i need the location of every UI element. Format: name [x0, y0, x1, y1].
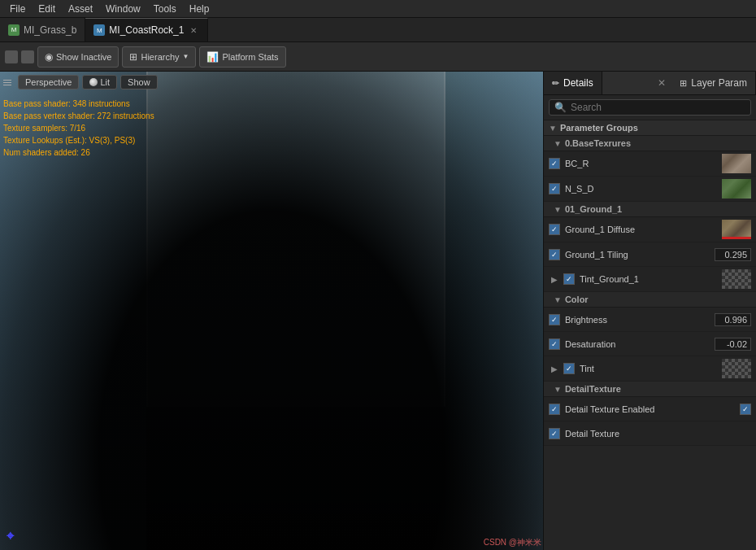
save-icon[interactable] [5, 50, 18, 63]
color-label: Color [565, 295, 589, 304]
menu-line-2 [3, 82, 11, 83]
axis-indicator: ⌖ [7, 529, 14, 543]
hierarchy-icon: ⊞ [129, 51, 137, 63]
menu-help[interactable]: Help [183, 2, 216, 16]
panel-header: ✏ Details ✕ ⊞ Layer Param [544, 72, 756, 95]
param-row-detail-texture: Detail Texture [544, 421, 756, 446]
detail-texture-checkbox[interactable] [549, 428, 560, 439]
tint-ground-label: Tint_Ground_1 [580, 274, 719, 284]
menu-line-3 [3, 85, 11, 85]
menu-tools[interactable]: Tools [147, 2, 183, 16]
stat-line-4: Texture Lookups (Est.): VS(3), PS(3) [3, 134, 154, 146]
param-row-desaturation: Desaturation -0.02 [544, 332, 756, 356]
show-button[interactable]: Show [120, 75, 158, 89]
tint-label: Tint [580, 364, 719, 373]
viewport[interactable]: Perspective Lit Show Base pass shader: 3… [0, 72, 543, 550]
main-area: Perspective Lit Show Base pass shader: 3… [0, 72, 756, 550]
show-label: Show [128, 77, 150, 87]
tab-mi-grass[interactable]: M MI_Grass_b [0, 18, 85, 41]
viewport-menu-icon[interactable] [3, 76, 15, 88]
layer-param-icon: ⊞ [680, 78, 687, 89]
menu-line-1 [3, 80, 11, 81]
menu-file[interactable]: File [3, 2, 32, 16]
detail-enabled-label: Detail Texture Enabled [565, 404, 736, 414]
details-tab-label: Details [563, 77, 593, 89]
detail-enabled-checkbox[interactable] [549, 404, 560, 415]
details-content: ▼ Parameter Groups ▼ 0.BaseTexrures BC_R… [544, 120, 756, 550]
detail-texture-label: DetailTexture [565, 384, 621, 394]
parameter-groups-label: Parameter Groups [560, 123, 638, 133]
perspective-label: Perspective [25, 77, 72, 87]
stat-line-5: Num shaders added: 26 [3, 146, 154, 159]
show-inactive-button[interactable]: ◉ Show Inactive [37, 46, 119, 68]
desaturation-value[interactable]: -0.02 [715, 338, 751, 351]
stat-line-1: Base pass shader: 348 instructions [3, 98, 154, 110]
menu-bar: File Edit Asset Window Tools Help [0, 0, 756, 18]
n-s-d-texture[interactable] [722, 179, 751, 199]
desaturation-label: Desaturation [565, 339, 715, 349]
hierarchy-dropdown-icon: ▼ [183, 53, 189, 60]
tint-ground-expand[interactable]: ▶ [549, 273, 560, 285]
param-row-ground-tiling: Ground_1 Tiling 0.295 [544, 242, 756, 267]
stat-line-3: Texture samplers: 7/16 [3, 122, 154, 134]
hierarchy-button[interactable]: ⊞ Hierarchy ▼ [122, 46, 196, 68]
lit-button[interactable]: Lit [82, 75, 117, 89]
menu-window[interactable]: Window [99, 2, 147, 16]
details-tab-icon: ✏ [552, 78, 559, 89]
toolbar: ◉ Show Inactive ⊞ Hierarchy ▼ 📊 Platform… [0, 42, 756, 72]
menu-edit[interactable]: Edit [32, 2, 62, 16]
param-row-tint-ground: ▶ Tint_Ground_1 [544, 267, 756, 292]
tint-ground-checker[interactable] [722, 269, 751, 289]
show-inactive-label: Show Inactive [56, 52, 111, 62]
search-input[interactable] [571, 102, 745, 113]
base-textures-header[interactable]: ▼ 0.BaseTexrures [544, 136, 756, 151]
tint-checker[interactable] [722, 359, 751, 378]
tab-close-coast[interactable]: ✕ [188, 24, 199, 36]
ground-1-label: 01_Ground_1 [565, 204, 622, 214]
n-s-d-checkbox[interactable] [549, 183, 560, 194]
menu-asset[interactable]: Asset [62, 2, 99, 16]
param-groups-arrow: ▼ [549, 124, 557, 133]
detail-tex-arrow: ▼ [554, 385, 562, 394]
parameter-groups-header[interactable]: ▼ Parameter Groups [544, 120, 756, 136]
ground-tiling-checkbox[interactable] [549, 249, 560, 260]
ground-tiling-value[interactable]: 0.295 [715, 248, 751, 261]
lit-label: Lit [100, 77, 110, 87]
ground-diffuse-checkbox[interactable] [549, 224, 560, 235]
details-close-button[interactable]: ✕ [652, 73, 671, 93]
detail-texture-header[interactable]: ▼ DetailTexture [544, 382, 756, 397]
brightness-value[interactable]: 0.996 [715, 313, 751, 326]
tint-checkbox[interactable] [563, 363, 575, 374]
show-inactive-icon: ◉ [45, 51, 53, 63]
tab-icon-coast: M [93, 24, 105, 36]
ground-1-header[interactable]: ▼ 01_Ground_1 [544, 202, 756, 217]
ground-diffuse-label: Ground_1 Diffuse [565, 225, 719, 234]
search-row: 🔍 [544, 95, 756, 120]
viewport-stats: Base pass shader: 348 instructions Base … [3, 98, 154, 159]
source-control-icon[interactable] [21, 50, 34, 63]
platform-stats-icon: 📊 [206, 51, 219, 63]
bc-r-texture[interactable] [722, 154, 751, 173]
param-row-detail-enabled: Detail Texture Enabled [544, 397, 756, 421]
tab-mi-coast[interactable]: M MI_CoastRock_1 ✕ [85, 18, 208, 41]
bc-r-checkbox[interactable] [549, 158, 560, 169]
tab-label-grass: MI_Grass_b [24, 24, 76, 36]
detail-enabled-bool[interactable] [740, 404, 751, 415]
brightness-checkbox[interactable] [549, 314, 560, 325]
desaturation-checkbox[interactable] [549, 338, 560, 350]
search-input-wrap: 🔍 [549, 99, 751, 116]
ground-diffuse-texture[interactable] [722, 220, 751, 239]
bc-r-label: BC_R [565, 159, 719, 168]
tint-ground-checkbox[interactable] [563, 273, 575, 285]
param-row-tint: ▶ Tint [544, 356, 756, 382]
hierarchy-label: Hierarchy [141, 52, 179, 62]
tint-expand[interactable]: ▶ [549, 363, 560, 374]
color-arrow: ▼ [554, 295, 562, 304]
color-header[interactable]: ▼ Color [544, 292, 756, 308]
layer-param-label: Layer Param [691, 77, 747, 89]
perspective-button[interactable]: Perspective [18, 75, 79, 89]
platform-stats-button[interactable]: 📊 Platform Stats [199, 46, 285, 68]
stat-line-2: Base pass vertex shader: 272 instruction… [3, 110, 154, 122]
layer-param-tab[interactable]: ⊞ Layer Param [671, 72, 756, 94]
details-tab[interactable]: ✏ Details [544, 72, 602, 94]
